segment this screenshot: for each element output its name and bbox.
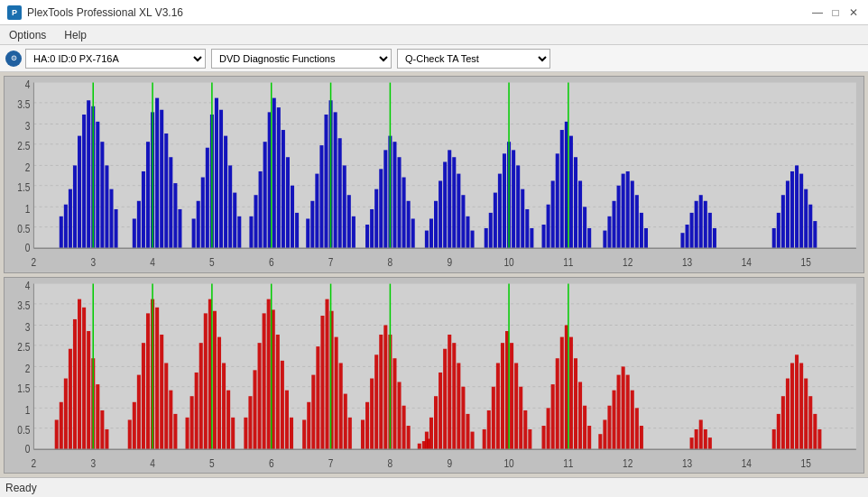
svg-rect-240 <box>244 417 247 448</box>
svg-text:9: 9 <box>447 255 452 269</box>
svg-rect-271 <box>392 358 396 449</box>
svg-rect-66 <box>228 165 232 248</box>
svg-rect-207 <box>73 318 77 448</box>
svg-rect-101 <box>397 157 401 248</box>
menu-help[interactable]: Help <box>59 28 92 42</box>
svg-rect-124 <box>516 165 520 248</box>
svg-text:2: 2 <box>32 456 37 469</box>
svg-text:2.5: 2.5 <box>17 139 30 152</box>
svg-rect-302 <box>542 426 546 449</box>
svg-text:2: 2 <box>32 255 37 269</box>
svg-rect-220 <box>146 313 150 449</box>
test-dropdown[interactable]: Q-Check TA Test <box>397 49 550 69</box>
svg-text:3: 3 <box>90 456 96 469</box>
svg-rect-85 <box>319 145 323 248</box>
svg-rect-255 <box>316 346 319 449</box>
svg-text:14: 14 <box>742 255 753 269</box>
svg-rect-121 <box>503 153 506 248</box>
svg-text:6: 6 <box>269 456 274 469</box>
function-dropdown[interactable]: DVD Diagnostic Functions <box>211 49 392 69</box>
svg-rect-103 <box>407 201 411 248</box>
minimize-button[interactable]: — <box>810 5 825 20</box>
svg-rect-330 <box>777 413 780 448</box>
svg-rect-56 <box>178 209 181 248</box>
svg-rect-163 <box>790 171 794 248</box>
svg-rect-134 <box>569 136 573 249</box>
svg-rect-132 <box>560 130 564 248</box>
svg-rect-59 <box>197 201 200 248</box>
svg-rect-285 <box>452 343 456 449</box>
toolbar: ⊙ HA:0 ID:0 PX-716A DVD Diagnostic Funct… <box>0 45 868 72</box>
svg-rect-337 <box>808 396 812 449</box>
svg-rect-146 <box>626 171 630 248</box>
svg-rect-316 <box>607 405 611 449</box>
svg-rect-288 <box>466 413 469 448</box>
svg-rect-102 <box>402 178 406 249</box>
svg-rect-319 <box>622 366 625 449</box>
svg-text:2: 2 <box>25 161 31 174</box>
svg-rect-137 <box>583 207 586 248</box>
svg-text:4: 4 <box>25 278 31 291</box>
svg-rect-65 <box>224 136 227 249</box>
svg-rect-241 <box>248 396 252 449</box>
svg-rect-238 <box>231 417 235 448</box>
svg-rect-229 <box>190 396 194 449</box>
svg-rect-95 <box>370 209 374 248</box>
svg-rect-308 <box>569 336 573 449</box>
svg-rect-327 <box>704 428 707 448</box>
svg-rect-111 <box>448 150 451 248</box>
svg-rect-243 <box>258 343 262 449</box>
svg-rect-161 <box>781 195 785 248</box>
menu-options[interactable]: Options <box>4 28 51 42</box>
svg-rect-235 <box>217 336 221 449</box>
svg-text:7: 7 <box>328 456 334 469</box>
svg-rect-284 <box>448 334 451 448</box>
svg-rect-267 <box>374 354 378 449</box>
svg-rect-164 <box>795 165 799 248</box>
svg-rect-145 <box>622 174 625 249</box>
svg-rect-289 <box>471 431 475 449</box>
svg-rect-159 <box>772 228 776 248</box>
svg-rect-70 <box>249 216 253 248</box>
app-title: PlexTools Professional XL V3.16 <box>27 6 183 19</box>
svg-rect-230 <box>195 372 199 448</box>
svg-text:9: 9 <box>447 456 452 469</box>
svg-rect-165 <box>799 174 803 249</box>
maximize-button[interactable]: □ <box>828 5 843 20</box>
svg-rect-162 <box>786 180 790 248</box>
svg-rect-216 <box>128 419 132 449</box>
svg-rect-110 <box>443 161 447 248</box>
svg-rect-115 <box>466 216 469 248</box>
svg-rect-304 <box>551 384 555 449</box>
svg-rect-138 <box>587 228 591 248</box>
svg-rect-88 <box>334 112 337 248</box>
svg-rect-51 <box>155 98 159 249</box>
svg-text:13: 13 <box>682 255 692 269</box>
svg-rect-125 <box>521 189 524 249</box>
svg-text:13: 13 <box>682 456 692 469</box>
bottom-chart: 4 3.5 3 2.5 2 1.5 1 0.5 0 2 3 4 5 6 7 8 … <box>4 277 864 474</box>
svg-rect-153 <box>690 213 694 248</box>
svg-rect-208 <box>78 299 81 449</box>
svg-text:1: 1 <box>25 202 31 216</box>
svg-rect-336 <box>804 378 808 449</box>
svg-rect-150 <box>644 228 648 248</box>
svg-rect-232 <box>204 313 208 449</box>
close-button[interactable]: ✕ <box>846 5 861 20</box>
svg-text:3: 3 <box>90 255 96 269</box>
svg-rect-148 <box>635 195 639 248</box>
svg-rect-314 <box>598 434 602 449</box>
svg-text:3: 3 <box>25 119 31 133</box>
svg-rect-64 <box>219 110 223 249</box>
svg-rect-293 <box>496 363 500 449</box>
svg-rect-265 <box>365 401 369 448</box>
drive-dropdown[interactable]: HA:0 ID:0 PX-716A <box>25 49 206 69</box>
svg-rect-212 <box>96 384 99 449</box>
svg-text:4: 4 <box>25 78 31 91</box>
svg-text:4: 4 <box>150 456 155 469</box>
svg-rect-80 <box>295 213 299 248</box>
svg-rect-76 <box>277 107 281 248</box>
svg-rect-82 <box>306 218 309 248</box>
svg-text:1.5: 1.5 <box>17 381 30 394</box>
svg-rect-328 <box>708 437 712 449</box>
